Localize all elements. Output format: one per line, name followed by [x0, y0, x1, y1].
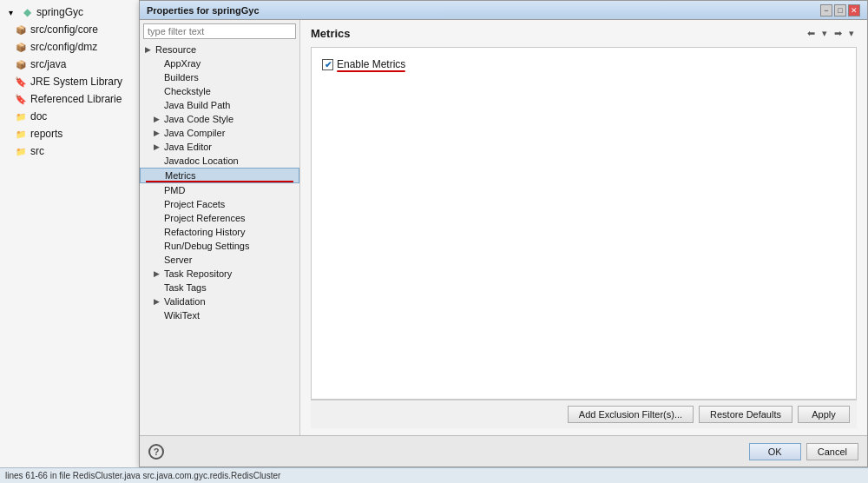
maximize-button[interactable]: □: [834, 4, 846, 17]
nav-item-task-tags[interactable]: Task Tags: [140, 281, 299, 294]
nav-item-project-facets[interactable]: Project Facets: [140, 197, 299, 211]
nav-item-project-references[interactable]: Project References: [140, 211, 299, 225]
nav-item-label: Task Repository: [164, 268, 232, 279]
nav-item-label: Java Editor: [164, 142, 212, 152]
nav-panel: ▶ Resource AppXray Builders Checkstyle: [140, 20, 300, 435]
tree-item-label: springGyc: [36, 6, 83, 18]
nav-item-task-repository[interactable]: ▶ Task Repository: [140, 267, 299, 281]
minimize-button[interactable]: −: [820, 4, 832, 17]
tree-panel: ▾ ◆ springGyc 📦 src/config/core 📦 src/co…: [0, 0, 143, 483]
dialog-title: Properties for springGyc: [147, 5, 260, 16]
ok-button[interactable]: OK: [749, 443, 801, 460]
checkbox-check-icon: ✔: [325, 60, 332, 69]
nav-item-label: Checkstyle: [164, 86, 211, 96]
bottom-buttons: Add Exclusion Filter(s)... Restore Defau…: [311, 400, 857, 428]
tree-item-label: Referenced Librarie: [30, 93, 122, 105]
cancel-button[interactable]: Cancel: [806, 443, 858, 460]
enable-metrics-label: Enable Metrics: [337, 58, 405, 70]
nav-item-pmd[interactable]: PMD: [140, 183, 299, 197]
dialog-footer: ? OK Cancel: [140, 435, 867, 466]
content-header: Metrics ⬅ ▾ ➡ ▾: [311, 27, 857, 40]
tree-item-reports[interactable]: 📁 reports: [0, 125, 142, 142]
tree-item-label: doc: [30, 110, 47, 122]
help-button[interactable]: ?: [148, 444, 164, 460]
tree-item-springgyc[interactable]: ▾ ◆ springGyc: [0, 3, 142, 21]
content-area: ✔ Enable Metrics: [311, 47, 857, 400]
tree-item-label: src/config/dmz: [30, 41, 97, 53]
title-bar-buttons: − □ ✕: [820, 4, 860, 17]
nav-item-server[interactable]: Server: [140, 253, 299, 267]
folder-icon: 📁: [14, 109, 28, 123]
nav-item-checkstyle[interactable]: Checkstyle: [140, 84, 299, 98]
package-icon: 📦: [14, 40, 28, 54]
nav-item-builders[interactable]: Builders: [140, 70, 299, 84]
nav-item-run-debug[interactable]: Run/Debug Settings: [140, 239, 299, 253]
nav-item-label: Run/Debug Settings: [164, 241, 249, 251]
tree-item-jre[interactable]: 🔖 JRE System Library: [0, 73, 142, 90]
forward-button[interactable]: ➡: [832, 27, 845, 40]
dropdown-arrow[interactable]: ▾: [819, 27, 830, 40]
status-bar: lines 61-66 in file RedisCluster.java sr…: [0, 467, 868, 483]
forward-dropdown[interactable]: ▾: [846, 27, 857, 40]
back-button[interactable]: ⬅: [805, 27, 818, 40]
enable-metrics-checkbox[interactable]: ✔: [322, 59, 333, 70]
expand-arrow: ▶: [145, 45, 154, 54]
tree-item-src-config-dmz[interactable]: 📦 src/config/dmz: [0, 38, 142, 56]
title-bar: Properties for springGyc − □ ✕: [140, 1, 867, 20]
dialog-window: Properties for springGyc − □ ✕ ▶ Resourc…: [139, 0, 868, 467]
restore-defaults-button[interactable]: Restore Defaults: [699, 406, 792, 423]
nav-list: ▶ Resource AppXray Builders Checkstyle: [140, 43, 299, 435]
tree-item-src[interactable]: 📁 src: [0, 142, 142, 160]
nav-item-metrics[interactable]: Metrics: [140, 168, 299, 183]
package-icon: 📦: [14, 23, 28, 36]
folder-icon: 📁: [14, 144, 28, 158]
nav-item-label: Server: [164, 255, 192, 265]
tree-item-label: src/java: [30, 58, 66, 70]
nav-item-label: Java Compiler: [164, 128, 225, 138]
expand-arrow: ▶: [154, 142, 162, 151]
nav-item-label: Java Build Path: [164, 100, 230, 110]
nav-item-appxray[interactable]: AppXray: [140, 56, 299, 70]
nav-item-label: Builders: [164, 72, 199, 83]
expand-arrow: ▶: [154, 297, 162, 306]
tree-item-doc[interactable]: 📁 doc: [0, 108, 142, 125]
tree-item-src-java[interactable]: 📦 src/java: [0, 56, 142, 73]
nav-item-java-code-style[interactable]: ▶ Java Code Style: [140, 112, 299, 126]
nav-item-java-editor[interactable]: ▶ Java Editor: [140, 140, 299, 154]
nav-item-validation[interactable]: ▶ Validation: [140, 294, 299, 308]
tree-item-src-config-core[interactable]: 📦 src/config/core: [0, 21, 142, 38]
nav-item-wikitext[interactable]: WikiText: [140, 308, 299, 322]
dialog-body: ▶ Resource AppXray Builders Checkstyle: [140, 20, 867, 435]
apply-button[interactable]: Apply: [798, 406, 850, 423]
nav-item-refactoring-history[interactable]: Refactoring History: [140, 225, 299, 239]
nav-item-label: Metrics: [165, 170, 195, 181]
content-title: Metrics: [311, 27, 351, 40]
package-icon: 📦: [14, 57, 28, 71]
nav-arrows: ⬅ ▾ ➡ ▾: [805, 27, 857, 40]
tree-item-ref-lib[interactable]: 🔖 Referenced Librarie: [0, 90, 142, 108]
library-icon: 🔖: [14, 75, 28, 89]
nav-item-label: Project References: [164, 213, 246, 223]
expand-arrow: ▶: [154, 269, 162, 278]
nav-item-java-compiler[interactable]: ▶ Java Compiler: [140, 126, 299, 140]
nav-item-label: Resource: [155, 44, 196, 55]
enable-metrics-row: ✔ Enable Metrics: [322, 58, 845, 70]
close-button[interactable]: ✕: [848, 4, 860, 17]
nav-item-label: Refactoring History: [164, 227, 246, 237]
nav-item-resource[interactable]: ▶ Resource: [140, 43, 299, 56]
content-panel: Metrics ⬅ ▾ ➡ ▾ ✔ Enable Metrics: [300, 20, 867, 435]
expand-arrow: ▶: [154, 115, 162, 123]
project-folder-icon: ◆: [20, 5, 34, 19]
add-exclusion-button[interactable]: Add Exclusion Filter(s)...: [568, 406, 694, 423]
nav-item-label: PMD: [164, 185, 185, 195]
project-icon: ▾: [3, 5, 17, 19]
nav-item-label: AppXray: [164, 58, 201, 69]
library-icon: 🔖: [14, 92, 28, 106]
filter-input[interactable]: [143, 23, 296, 39]
nav-item-java-build-path[interactable]: Java Build Path: [140, 98, 299, 112]
nav-item-label: Javadoc Location: [164, 155, 239, 166]
dialog-overlay: Properties for springGyc − □ ✕ ▶ Resourc…: [139, 0, 868, 467]
nav-item-javadoc[interactable]: Javadoc Location: [140, 154, 299, 168]
tree-item-label: JRE System Library: [30, 76, 122, 88]
tree-item-label: src: [30, 145, 44, 157]
